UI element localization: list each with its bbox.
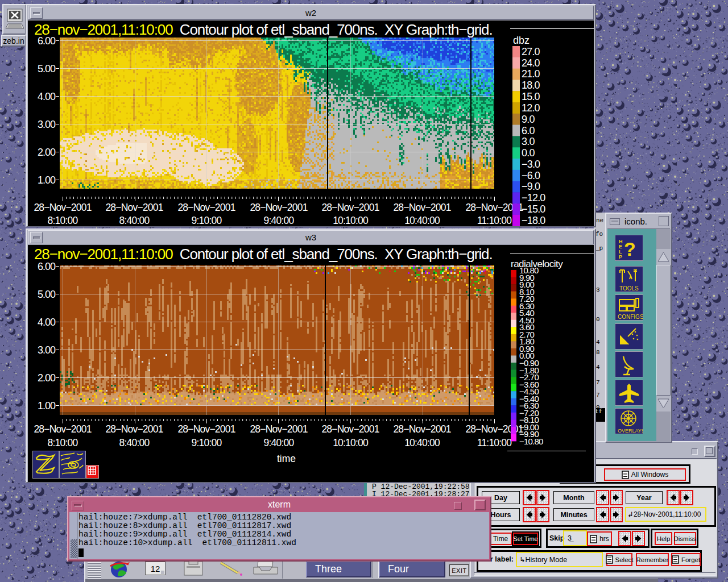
svg-text:TOOLS: TOOLS — [619, 285, 639, 292]
svg-text:OVERLAYS: OVERLAYS — [618, 428, 643, 434]
svg-text:CONFIGS: CONFIGS — [618, 314, 643, 320]
svg-text:?: ? — [624, 238, 636, 260]
svg-text:P: P — [619, 254, 622, 260]
